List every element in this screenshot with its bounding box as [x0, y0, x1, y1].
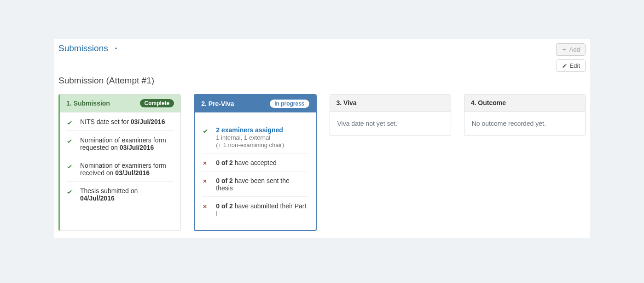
- list-item: Thesis submitted on 04/Jul/2016: [66, 181, 174, 206]
- check-icon: [202, 126, 209, 134]
- list-item: NITS date set for 03/Jul/2016: [66, 112, 174, 130]
- card-submission-title: 1. Submission: [66, 100, 110, 107]
- check-icon: [66, 162, 74, 170]
- list-item: Nomination of examiners form received on…: [66, 156, 174, 181]
- card-outcome-title: 4. Outcome: [471, 99, 506, 106]
- card-previva-title: 2. Pre-Viva: [201, 100, 234, 107]
- card-submission: 1. Submission Complete NITS date set for…: [58, 94, 181, 231]
- add-button-label: Add: [569, 46, 580, 53]
- pencil-icon: [562, 63, 567, 68]
- check-icon: [66, 118, 74, 126]
- viva-placeholder: Viva date not yet set.: [337, 120, 398, 127]
- examiners-link[interactable]: 2 examiners assigned: [216, 126, 283, 134]
- card-viva-title: 3. Viva: [337, 99, 357, 106]
- section-title-text: Submissions: [58, 43, 108, 53]
- cross-icon: [202, 159, 209, 166]
- step-text: NITS date set for 03/Jul/2016: [80, 118, 165, 125]
- list-item: 2 examiners assigned 1 internal, 1 exter…: [202, 121, 308, 153]
- edit-button-label: Edit: [570, 62, 580, 69]
- step-text: 0 of 2 have accepted: [216, 159, 277, 166]
- check-icon: [66, 136, 74, 144]
- chevron-down-icon: [113, 45, 119, 52]
- add-button[interactable]: Add: [556, 43, 586, 56]
- card-viva: 3. Viva Viva date not yet set.: [330, 94, 451, 136]
- cross-icon: [202, 202, 209, 209]
- step-text: 0 of 2 have submitted their Part I: [216, 202, 306, 217]
- status-badge-complete: Complete: [140, 99, 174, 107]
- list-item: 0 of 2 have accepted: [202, 153, 308, 171]
- card-outcome-header: 4. Outcome: [464, 94, 585, 112]
- step-text: Nomination of examiners form received on…: [80, 162, 172, 177]
- list-item: Nomination of examiners form requested o…: [66, 130, 174, 156]
- step-text: Nomination of examiners form requested o…: [80, 136, 172, 151]
- card-submission-header: 1. Submission Complete: [60, 94, 180, 112]
- submissions-panel: Submissions Add Edit: [54, 39, 590, 238]
- step-text: 2 examiners assigned 1 internal, 1 exter…: [216, 126, 284, 148]
- list-item: 0 of 2 have submitted their Part I: [202, 196, 308, 222]
- list-item: 0 of 2 have been sent the thesis: [202, 171, 308, 196]
- submission-subtitle: Submission (Attempt #1): [58, 76, 586, 86]
- edit-button[interactable]: Edit: [557, 59, 586, 72]
- outcome-placeholder: No outcome recorded yet.: [472, 120, 546, 127]
- section-title-toggle[interactable]: Submissions: [58, 43, 119, 53]
- card-previva-header: 2. Pre-Viva In progress: [195, 95, 315, 112]
- card-outcome: 4. Outcome No outcome recorded yet.: [464, 94, 586, 136]
- plus-icon: [562, 47, 567, 52]
- card-previva: 2. Pre-Viva In progress 2 examine: [194, 94, 316, 231]
- card-viva-header: 3. Viva: [330, 94, 451, 112]
- status-badge-progress: In progress: [270, 100, 309, 108]
- step-text: 0 of 2 have been sent the thesis: [216, 177, 306, 192]
- cross-icon: [202, 177, 209, 184]
- step-text: Thesis submitted on 04/Jul/2016: [80, 187, 172, 202]
- check-icon: [66, 187, 74, 195]
